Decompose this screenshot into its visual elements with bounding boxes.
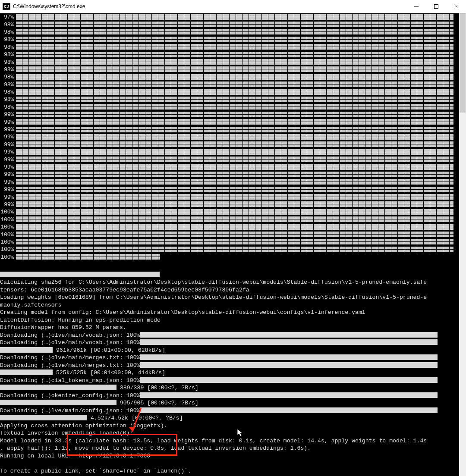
progress-row: 99%: [0, 148, 453, 156]
progress-bar: [140, 332, 438, 338]
progress-row: 100%: [0, 254, 453, 261]
progress-row: 100%: [0, 231, 453, 238]
progress-percent: 99%: [0, 164, 14, 170]
close-button[interactable]: [446, 0, 466, 13]
progress-rows: 97%98%98%98%98%98%98%98%98%98%98%98%98%9…: [0, 13, 453, 261]
progress-grid-bar: [16, 52, 453, 58]
line: 4.52k/4.52k [00:00<?, ?B/s]: [91, 415, 183, 421]
progress-grid-bar: [16, 29, 453, 35]
progress-bar: [140, 362, 438, 368]
progress-percent: 98%: [0, 51, 14, 58]
terminal-content: 97%98%98%98%98%98%98%98%98%98%98%98%98%9…: [0, 13, 459, 476]
line: To create a public link, set `share=True…: [0, 468, 191, 474]
scrollbar-thumb[interactable]: [460, 13, 466, 113]
progress-row: 99%: [0, 118, 453, 125]
progress-row: 99%: [0, 178, 453, 186]
line: maonly.safetensors: [0, 302, 61, 308]
progress-grid-bar: [16, 127, 453, 133]
progress-row: 98%: [0, 96, 453, 103]
progress-row: 97%: [0, 13, 453, 21]
progress-percent: 99%: [0, 201, 14, 208]
progress-row: 99%: [0, 156, 453, 163]
progress-percent: 98%: [0, 36, 14, 43]
terminal[interactable]: 97%98%98%98%98%98%98%98%98%98%98%98%98%9…: [0, 13, 466, 476]
progress-grid-bar: [16, 232, 453, 238]
progress-row: 99%: [0, 133, 453, 141]
progress-grid-bar: [16, 66, 453, 72]
progress-grid-bar: [16, 164, 453, 170]
progress-grid-bar: [16, 201, 453, 207]
line: tensors: 6ce0161689b3853acaa03779ec93eaf…: [0, 287, 249, 293]
progress-percent: 100%: [0, 209, 14, 215]
progress-percent: 98%: [0, 66, 14, 73]
progress-row: 100%: [0, 223, 453, 231]
maximize-button[interactable]: [426, 0, 446, 13]
progress-grid-bar: [16, 247, 453, 253]
line: Downloading (…)olve/main/merges.txt: 100…: [0, 354, 140, 361]
progress-bar: [140, 339, 438, 345]
line: Downloading (…)olve/main/merges.txt: 100…: [0, 362, 140, 369]
progress-grid-bar: [16, 187, 453, 193]
progress-grid-bar: [16, 14, 453, 20]
line: 905/905 [00:00<?, ?B/s]: [120, 400, 198, 406]
progress-bar: [140, 407, 438, 413]
svg-rect-1: [435, 5, 438, 9]
window-buttons: [406, 0, 466, 13]
progress-bar: [0, 272, 160, 277]
progress-grid-bar: [16, 157, 453, 163]
progress-row: 98%: [0, 81, 453, 88]
progress-percent: 99%: [0, 149, 14, 155]
line: Downloading (…)olve/main/vocab.json: 100…: [0, 332, 140, 338]
progress-grid-bar: [16, 44, 453, 50]
scrollbar[interactable]: [459, 13, 466, 476]
title-left: C:\ C:\Windows\system32\cmd.exe: [0, 3, 85, 10]
progress-bar: [140, 354, 438, 360]
progress-grid-bar: [16, 81, 453, 88]
progress-percent: 99%: [0, 194, 14, 200]
line: Applying cross attention optimization (D…: [0, 423, 167, 429]
progress-bar-small: [0, 415, 87, 420]
progress-bar-small: [0, 385, 116, 390]
progress-row: 98%: [0, 44, 453, 51]
progress-row: 99%: [0, 126, 453, 133]
progress-percent: 98%: [0, 81, 14, 88]
progress-percent: 100%: [0, 216, 14, 223]
progress-row: 98%: [0, 73, 453, 81]
progress-grid-bar: [16, 97, 453, 103]
progress-row: 98%: [0, 103, 453, 111]
progress-row: 98%: [0, 58, 453, 66]
progress-percent: 98%: [0, 22, 14, 28]
progress-row: 99%: [0, 111, 453, 118]
progress-row: 99%: [0, 141, 453, 148]
progress-row: 98%: [0, 36, 453, 43]
progress-row: 99%: [0, 201, 453, 208]
progress-percent: 99%: [0, 179, 14, 185]
progress-grid-bar: [16, 172, 453, 178]
line: DiffusionWrapper has 859.52 M params.: [0, 324, 126, 331]
progress-bar: [140, 392, 438, 398]
progress-percent: 98%: [0, 89, 14, 95]
line: Downloading (…)olve/main/vocab.json: 100…: [0, 339, 140, 346]
progress-percent: 99%: [0, 119, 14, 125]
progress-row: 99%: [0, 163, 453, 171]
progress-percent: 98%: [0, 74, 14, 80]
minimize-button[interactable]: [406, 0, 426, 13]
line: 961k/961k [00:01<00:00, 628kB/s]: [56, 347, 165, 354]
line: , apply half(): 1.1s, move model to devi…: [0, 445, 311, 451]
progress-grid-bar: [16, 74, 453, 80]
progress-grid-bar: [16, 119, 453, 125]
progress-grid-bar: [16, 104, 453, 110]
progress-row: 100%: [0, 246, 453, 253]
progress-row: 99%: [0, 193, 453, 200]
progress-grid-bar: [16, 149, 453, 155]
cmd-icon: C:\: [3, 3, 10, 10]
progress-percent: 100%: [0, 232, 14, 238]
progress-percent: 100%: [0, 224, 14, 230]
progress-percent: 97%: [0, 14, 14, 20]
progress-percent: 98%: [0, 59, 14, 66]
progress-grid-bar: [16, 59, 453, 65]
progress-grid-bar: [16, 179, 453, 185]
progress-percent: 99%: [0, 126, 14, 133]
progress-row: 100%: [0, 216, 453, 223]
progress-percent: 99%: [0, 157, 14, 163]
